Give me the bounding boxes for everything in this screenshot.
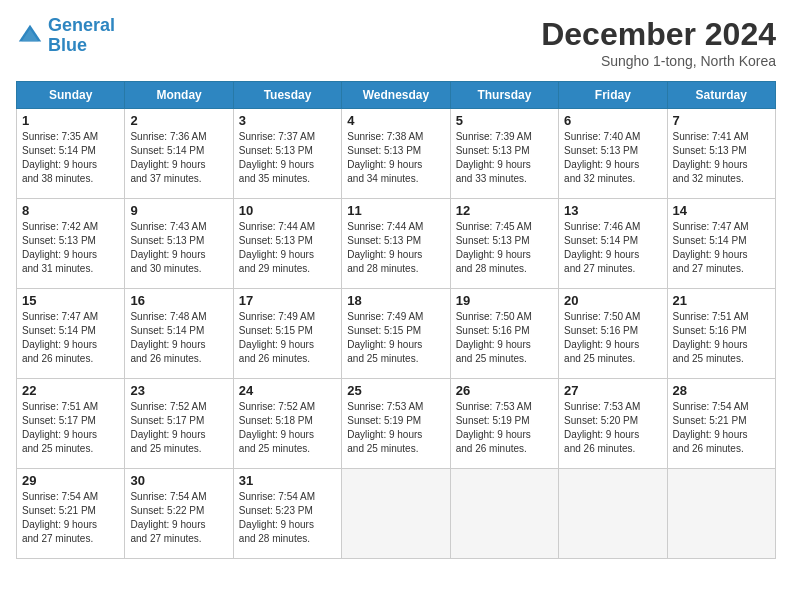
day-number: 28: [673, 383, 770, 398]
day-number: 14: [673, 203, 770, 218]
day-info: Sunrise: 7:53 AMSunset: 5:19 PMDaylight:…: [347, 400, 444, 456]
day-info: Sunrise: 7:46 AMSunset: 5:14 PMDaylight:…: [564, 220, 661, 276]
calendar-body: 1Sunrise: 7:35 AMSunset: 5:14 PMDaylight…: [17, 109, 776, 559]
weekday-tuesday: Tuesday: [233, 82, 341, 109]
page-header: General Blue December 2024 Sungho 1-tong…: [16, 16, 776, 69]
day-number: 26: [456, 383, 553, 398]
calendar-week-1: 1Sunrise: 7:35 AMSunset: 5:14 PMDaylight…: [17, 109, 776, 199]
day-number: 17: [239, 293, 336, 308]
day-number: 7: [673, 113, 770, 128]
day-info: Sunrise: 7:35 AMSunset: 5:14 PMDaylight:…: [22, 130, 119, 186]
day-cell-16: 16Sunrise: 7:48 AMSunset: 5:14 PMDayligh…: [125, 289, 233, 379]
day-cell-14: 14Sunrise: 7:47 AMSunset: 5:14 PMDayligh…: [667, 199, 775, 289]
day-cell-6: 6Sunrise: 7:40 AMSunset: 5:13 PMDaylight…: [559, 109, 667, 199]
day-cell-26: 26Sunrise: 7:53 AMSunset: 5:19 PMDayligh…: [450, 379, 558, 469]
day-info: Sunrise: 7:51 AMSunset: 5:16 PMDaylight:…: [673, 310, 770, 366]
day-cell-27: 27Sunrise: 7:53 AMSunset: 5:20 PMDayligh…: [559, 379, 667, 469]
day-number: 16: [130, 293, 227, 308]
day-number: 23: [130, 383, 227, 398]
day-info: Sunrise: 7:38 AMSunset: 5:13 PMDaylight:…: [347, 130, 444, 186]
day-cell-18: 18Sunrise: 7:49 AMSunset: 5:15 PMDayligh…: [342, 289, 450, 379]
location-subtitle: Sungho 1-tong, North Korea: [541, 53, 776, 69]
day-number: 27: [564, 383, 661, 398]
day-cell-1: 1Sunrise: 7:35 AMSunset: 5:14 PMDaylight…: [17, 109, 125, 199]
day-cell-13: 13Sunrise: 7:46 AMSunset: 5:14 PMDayligh…: [559, 199, 667, 289]
day-cell-20: 20Sunrise: 7:50 AMSunset: 5:16 PMDayligh…: [559, 289, 667, 379]
calendar-week-2: 8Sunrise: 7:42 AMSunset: 5:13 PMDaylight…: [17, 199, 776, 289]
day-number: 19: [456, 293, 553, 308]
day-number: 22: [22, 383, 119, 398]
day-info: Sunrise: 7:48 AMSunset: 5:14 PMDaylight:…: [130, 310, 227, 366]
day-info: Sunrise: 7:53 AMSunset: 5:19 PMDaylight:…: [456, 400, 553, 456]
day-info: Sunrise: 7:41 AMSunset: 5:13 PMDaylight:…: [673, 130, 770, 186]
logo-line1: General: [48, 15, 115, 35]
day-number: 20: [564, 293, 661, 308]
day-info: Sunrise: 7:50 AMSunset: 5:16 PMDaylight:…: [564, 310, 661, 366]
weekday-sunday: Sunday: [17, 82, 125, 109]
day-info: Sunrise: 7:45 AMSunset: 5:13 PMDaylight:…: [456, 220, 553, 276]
day-number: 1: [22, 113, 119, 128]
day-cell-31: 31Sunrise: 7:54 AMSunset: 5:23 PMDayligh…: [233, 469, 341, 559]
calendar-week-3: 15Sunrise: 7:47 AMSunset: 5:14 PMDayligh…: [17, 289, 776, 379]
day-info: Sunrise: 7:54 AMSunset: 5:22 PMDaylight:…: [130, 490, 227, 546]
day-cell-29: 29Sunrise: 7:54 AMSunset: 5:21 PMDayligh…: [17, 469, 125, 559]
day-info: Sunrise: 7:44 AMSunset: 5:13 PMDaylight:…: [239, 220, 336, 276]
day-number: 31: [239, 473, 336, 488]
day-info: Sunrise: 7:53 AMSunset: 5:20 PMDaylight:…: [564, 400, 661, 456]
weekday-header-row: SundayMondayTuesdayWednesdayThursdayFrid…: [17, 82, 776, 109]
day-number: 13: [564, 203, 661, 218]
day-number: 6: [564, 113, 661, 128]
weekday-wednesday: Wednesday: [342, 82, 450, 109]
day-info: Sunrise: 7:52 AMSunset: 5:17 PMDaylight:…: [130, 400, 227, 456]
logo-line2: Blue: [48, 35, 87, 55]
day-number: 4: [347, 113, 444, 128]
day-info: Sunrise: 7:51 AMSunset: 5:17 PMDaylight:…: [22, 400, 119, 456]
day-number: 10: [239, 203, 336, 218]
day-info: Sunrise: 7:43 AMSunset: 5:13 PMDaylight:…: [130, 220, 227, 276]
day-info: Sunrise: 7:54 AMSunset: 5:21 PMDaylight:…: [673, 400, 770, 456]
day-info: Sunrise: 7:54 AMSunset: 5:23 PMDaylight:…: [239, 490, 336, 546]
day-number: 3: [239, 113, 336, 128]
weekday-friday: Friday: [559, 82, 667, 109]
logo: General Blue: [16, 16, 115, 56]
day-number: 25: [347, 383, 444, 398]
day-info: Sunrise: 7:54 AMSunset: 5:21 PMDaylight:…: [22, 490, 119, 546]
day-info: Sunrise: 7:36 AMSunset: 5:14 PMDaylight:…: [130, 130, 227, 186]
day-info: Sunrise: 7:47 AMSunset: 5:14 PMDaylight:…: [673, 220, 770, 276]
day-cell-3: 3Sunrise: 7:37 AMSunset: 5:13 PMDaylight…: [233, 109, 341, 199]
day-number: 2: [130, 113, 227, 128]
day-cell-10: 10Sunrise: 7:44 AMSunset: 5:13 PMDayligh…: [233, 199, 341, 289]
day-info: Sunrise: 7:50 AMSunset: 5:16 PMDaylight:…: [456, 310, 553, 366]
day-cell-9: 9Sunrise: 7:43 AMSunset: 5:13 PMDaylight…: [125, 199, 233, 289]
day-cell-11: 11Sunrise: 7:44 AMSunset: 5:13 PMDayligh…: [342, 199, 450, 289]
day-info: Sunrise: 7:49 AMSunset: 5:15 PMDaylight:…: [239, 310, 336, 366]
day-cell-28: 28Sunrise: 7:54 AMSunset: 5:21 PMDayligh…: [667, 379, 775, 469]
day-info: Sunrise: 7:39 AMSunset: 5:13 PMDaylight:…: [456, 130, 553, 186]
day-number: 30: [130, 473, 227, 488]
day-number: 29: [22, 473, 119, 488]
logo-icon: [16, 22, 44, 50]
weekday-thursday: Thursday: [450, 82, 558, 109]
day-cell-5: 5Sunrise: 7:39 AMSunset: 5:13 PMDaylight…: [450, 109, 558, 199]
day-number: 21: [673, 293, 770, 308]
weekday-monday: Monday: [125, 82, 233, 109]
day-cell-22: 22Sunrise: 7:51 AMSunset: 5:17 PMDayligh…: [17, 379, 125, 469]
day-info: Sunrise: 7:49 AMSunset: 5:15 PMDaylight:…: [347, 310, 444, 366]
day-cell-2: 2Sunrise: 7:36 AMSunset: 5:14 PMDaylight…: [125, 109, 233, 199]
day-cell-7: 7Sunrise: 7:41 AMSunset: 5:13 PMDaylight…: [667, 109, 775, 199]
day-cell-17: 17Sunrise: 7:49 AMSunset: 5:15 PMDayligh…: [233, 289, 341, 379]
day-info: Sunrise: 7:47 AMSunset: 5:14 PMDaylight:…: [22, 310, 119, 366]
day-cell-24: 24Sunrise: 7:52 AMSunset: 5:18 PMDayligh…: [233, 379, 341, 469]
title-block: December 2024 Sungho 1-tong, North Korea: [541, 16, 776, 69]
month-title: December 2024: [541, 16, 776, 53]
logo-text: General Blue: [48, 16, 115, 56]
day-cell-4: 4Sunrise: 7:38 AMSunset: 5:13 PMDaylight…: [342, 109, 450, 199]
day-number: 8: [22, 203, 119, 218]
day-cell-30: 30Sunrise: 7:54 AMSunset: 5:22 PMDayligh…: [125, 469, 233, 559]
day-info: Sunrise: 7:40 AMSunset: 5:13 PMDaylight:…: [564, 130, 661, 186]
day-cell-12: 12Sunrise: 7:45 AMSunset: 5:13 PMDayligh…: [450, 199, 558, 289]
day-cell-25: 25Sunrise: 7:53 AMSunset: 5:19 PMDayligh…: [342, 379, 450, 469]
day-cell-23: 23Sunrise: 7:52 AMSunset: 5:17 PMDayligh…: [125, 379, 233, 469]
empty-cell: [450, 469, 558, 559]
calendar-table: SundayMondayTuesdayWednesdayThursdayFrid…: [16, 81, 776, 559]
